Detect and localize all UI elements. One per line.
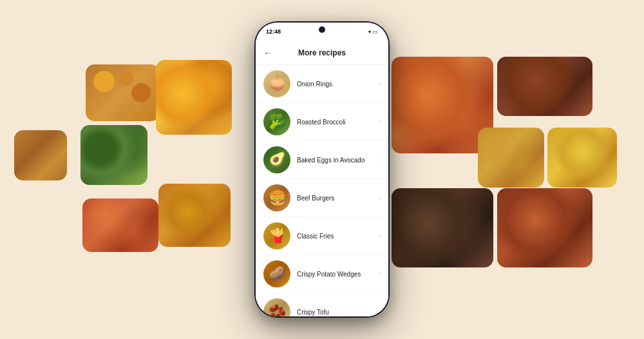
recipe-name-crispy-tofu: Crispy Tofu (297, 309, 376, 316)
recipe-item-classic-fries[interactable]: Classic Fries› (256, 217, 388, 255)
wifi-icon: ▾ (368, 29, 371, 35)
status-bar: 12:48 ▾ ▭ (256, 23, 388, 41)
recipe-thumb-crispy-tofu (263, 298, 290, 316)
bg-choc-cups (392, 188, 493, 267)
recipe-chevron-crispy-tofu: › (379, 309, 381, 315)
bg-citrus (156, 60, 232, 135)
camera-hole (319, 26, 325, 33)
bg-meat-dish (497, 188, 592, 267)
recipe-item-crispy-tofu[interactable]: Crispy Tofu› (256, 293, 388, 316)
phone-device: 12:48 ▾ ▭ ← More recipes Onion Rings›Roa… (254, 21, 390, 318)
recipe-name-baked-eggs: Baked Eggs in Avocado (297, 157, 376, 164)
bg-bread (14, 130, 67, 180)
recipe-thumb-roasted-broccoli (263, 108, 290, 135)
recipe-name-roasted-broccoli: Roasted Broccoli (297, 119, 376, 126)
recipe-name-onion-rings: Onion Rings (297, 81, 376, 88)
recipe-thumb-beef-burgers (263, 184, 290, 211)
recipe-thumb-onion-rings (263, 70, 290, 97)
back-button[interactable]: ← (263, 48, 272, 58)
bg-bruschetta (82, 199, 158, 252)
screen-title: More recipes (298, 48, 346, 57)
recipe-name-crispy-wedges: Crispy Potato Wedges (297, 271, 376, 278)
battery-icon: ▭ (373, 29, 378, 35)
recipe-chevron-roasted-broccoli: › (379, 119, 381, 125)
recipe-item-onion-rings[interactable]: Onion Rings› (256, 65, 388, 103)
recipe-thumb-classic-fries (263, 222, 290, 249)
recipe-item-baked-eggs[interactable]: Baked Eggs in Avocado› (256, 141, 388, 179)
bg-tarts (86, 64, 160, 121)
phone-time: 12:48 (266, 28, 281, 35)
phone-screen: 12:48 ▾ ▭ ← More recipes Onion Rings›Roa… (256, 23, 388, 316)
recipe-name-beef-burgers: Beef Burgers (297, 195, 376, 202)
bg-cookies (478, 128, 544, 188)
app-header: ← More recipes (256, 41, 388, 65)
bg-steak (497, 57, 592, 116)
recipe-chevron-classic-fries: › (379, 233, 381, 239)
recipe-name-classic-fries: Classic Fries (297, 233, 376, 240)
phone-frame: 12:48 ▾ ▭ ← More recipes Onion Rings›Roa… (254, 21, 390, 318)
recipe-chevron-crispy-wedges: › (379, 271, 381, 277)
recipe-chevron-baked-eggs: › (379, 157, 381, 163)
recipe-list[interactable]: Onion Rings›Roasted Broccoli›Baked Eggs … (256, 65, 388, 316)
recipe-item-roasted-broccoli[interactable]: Roasted Broccoli› (256, 103, 388, 141)
status-icons: ▾ ▭ (368, 29, 378, 35)
recipe-chevron-beef-burgers: › (379, 195, 381, 201)
recipe-chevron-onion-rings: › (379, 81, 381, 87)
recipe-item-beef-burgers[interactable]: Beef Burgers› (256, 179, 388, 217)
bg-avocado (80, 125, 147, 185)
bg-fried-balls (158, 184, 231, 247)
recipe-item-crispy-wedges[interactable]: Crispy Potato Wedges› (256, 255, 388, 293)
recipe-thumb-crispy-wedges (263, 260, 290, 287)
recipe-thumb-baked-eggs (263, 146, 290, 173)
bg-fries-img (547, 128, 617, 188)
